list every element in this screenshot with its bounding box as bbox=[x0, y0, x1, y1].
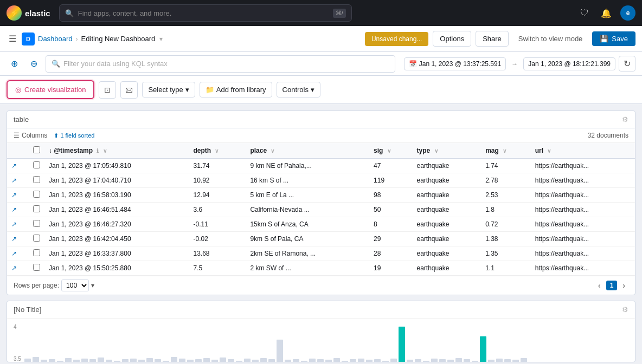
row-expand-icon[interactable]: ↗ bbox=[7, 173, 29, 188]
url-chevron-icon: ∨ bbox=[547, 148, 551, 154]
table-body: ↗Jan 1, 2023 @ 17:05:49.81031.749 km NE … bbox=[7, 159, 635, 276]
chart-bar bbox=[41, 360, 47, 362]
table-header-place[interactable]: place ∨ bbox=[246, 143, 369, 159]
page-controls: ‹ 1 › bbox=[595, 280, 628, 291]
chart-panel: [No Title] ⚙ 4 3.5 bbox=[7, 301, 635, 362]
main-content: table ⚙ ☰ Columns ⬆ 1 field sorted 32 do… bbox=[0, 104, 642, 364]
kql-filter-input[interactable] bbox=[63, 60, 389, 68]
row-expand-icon[interactable]: ↗ bbox=[7, 261, 29, 276]
row-checkbox[interactable] bbox=[29, 261, 44, 276]
columns-icon: ☰ bbox=[14, 132, 20, 139]
elastic-logo[interactable]: ⚡ elastic bbox=[7, 5, 50, 21]
table-row: ↗Jan 1, 2023 @ 15:50:25.8807.52 km SW of… bbox=[7, 261, 635, 276]
row-checkbox[interactable] bbox=[29, 173, 44, 188]
table-cell: 9 km NE of Pahala,... bbox=[246, 159, 369, 173]
breadcrumb-dashboard-link[interactable]: Dashboard bbox=[38, 35, 73, 43]
search-input[interactable] bbox=[78, 9, 329, 17]
controls-button[interactable]: Controls ▾ bbox=[277, 82, 320, 98]
table-cell: 2.78 bbox=[481, 173, 531, 188]
row-expand-icon[interactable]: ↗ bbox=[7, 217, 29, 232]
table-cell: 1.35 bbox=[481, 246, 531, 261]
avatar[interactable]: e bbox=[620, 5, 635, 21]
chart-bar bbox=[325, 360, 332, 362]
text-tool-button[interactable]: 🖂 bbox=[120, 81, 138, 99]
chart-bar bbox=[228, 359, 234, 362]
table-wrapper: ↓ @timestamp ℹ ∨ depth ∨ place ∨ sig ∨ t… bbox=[7, 143, 635, 276]
save-icon: 💾 bbox=[600, 35, 608, 43]
breadcrumb-d-avatar[interactable]: D bbox=[22, 32, 35, 46]
hamburger-icon[interactable]: ☰ bbox=[7, 31, 18, 46]
table-header-mag[interactable]: mag ∨ bbox=[481, 143, 531, 159]
breadcrumb-actions: Unsaved chang... Options Share Switch to… bbox=[365, 31, 635, 47]
save-button[interactable]: 💾 Save bbox=[592, 31, 635, 46]
prev-page-button[interactable]: ‹ bbox=[595, 280, 604, 291]
table-cell: 7.5 bbox=[189, 261, 246, 276]
columns-button[interactable]: ☰ Columns bbox=[14, 132, 47, 139]
row-checkbox[interactable] bbox=[29, 203, 44, 217]
kql-filter-input-wrap[interactable]: 🔍 bbox=[46, 55, 395, 73]
row-checkbox[interactable] bbox=[29, 246, 44, 261]
row-checkbox[interactable] bbox=[29, 159, 44, 173]
table-header-checkbox[interactable] bbox=[29, 143, 44, 159]
chart-bar bbox=[439, 359, 446, 362]
date-picker-button[interactable]: 📅 Jan 1, 2023 @ 13:37:25.591 bbox=[404, 57, 506, 70]
table-row: ↗Jan 1, 2023 @ 17:04:40.71010.9216 km S … bbox=[7, 173, 635, 188]
chart-bar bbox=[431, 359, 438, 362]
breadcrumb-chevron-icon[interactable]: ▾ bbox=[159, 35, 163, 43]
row-checkbox[interactable] bbox=[29, 232, 44, 246]
table-cell: 2km SE of Ramona, ... bbox=[246, 246, 369, 261]
table-row: ↗Jan 1, 2023 @ 17:05:49.81031.749 km NE … bbox=[7, 159, 635, 173]
add-from-library-button[interactable]: 📁 Add from library bbox=[200, 82, 272, 98]
table-header-type[interactable]: type ∨ bbox=[412, 143, 481, 159]
search-bar[interactable]: 🔍 ⌘/ bbox=[59, 4, 352, 22]
table-panel-title: table bbox=[14, 115, 29, 123]
chart-panel-gear-icon[interactable]: ⚙ bbox=[622, 306, 628, 314]
options-button[interactable]: Options bbox=[433, 31, 471, 47]
row-expand-icon[interactable]: ↗ bbox=[7, 188, 29, 203]
chart-bar bbox=[407, 360, 413, 362]
chart-title-text: [No Title] bbox=[14, 306, 41, 314]
bell-icon[interactable]: 🔔 bbox=[599, 5, 614, 21]
chart-bar bbox=[146, 358, 153, 362]
share-button[interactable]: Share bbox=[476, 31, 509, 47]
row-checkbox[interactable] bbox=[29, 188, 44, 203]
table-cell: 0.72 bbox=[481, 217, 531, 232]
refresh-button[interactable]: ↻ bbox=[619, 56, 635, 72]
table-cell: earthquake bbox=[412, 203, 481, 217]
chart-bar bbox=[171, 357, 177, 362]
row-checkbox[interactable] bbox=[29, 217, 44, 232]
table-cell: 15km S of Anza, CA bbox=[246, 217, 369, 232]
filter-minus-button[interactable]: ⊖ bbox=[26, 56, 41, 72]
row-expand-icon[interactable]: ↗ bbox=[7, 246, 29, 261]
table-cell: 5 km E of La ... bbox=[246, 188, 369, 203]
table-header-depth[interactable]: depth ∨ bbox=[189, 143, 246, 159]
shield-icon[interactable]: 🛡 bbox=[577, 5, 592, 21]
unsaved-changes-button[interactable]: Unsaved chang... bbox=[365, 32, 428, 46]
table-header-url[interactable]: url ∨ bbox=[531, 143, 635, 159]
chart-bar bbox=[24, 359, 31, 362]
table-header-timestamp[interactable]: ↓ @timestamp ℹ ∨ bbox=[44, 143, 189, 159]
select-tool-button[interactable]: ⊡ bbox=[99, 81, 116, 99]
table-cell: https://earthquak... bbox=[531, 203, 635, 217]
rows-per-page-select[interactable]: 100 50 25 bbox=[61, 280, 89, 291]
select-type-button[interactable]: Select type ▾ bbox=[142, 82, 195, 98]
select-type-label: Select type bbox=[148, 86, 183, 94]
sig-chevron-icon: ∨ bbox=[387, 148, 391, 154]
chart-bar bbox=[358, 359, 364, 362]
row-expand-icon[interactable]: ↗ bbox=[7, 159, 29, 173]
page-number[interactable]: 1 bbox=[606, 281, 618, 290]
topbar-icons: 🛡 🔔 e bbox=[577, 5, 635, 21]
table-panel-gear-icon[interactable]: ⚙ bbox=[622, 115, 628, 123]
row-expand-icon[interactable]: ↗ bbox=[7, 203, 29, 217]
create-visualization-button[interactable]: ◎ Create visualization bbox=[7, 80, 94, 99]
table-header-sig[interactable]: sig ∨ bbox=[369, 143, 412, 159]
row-expand-icon[interactable]: ↗ bbox=[7, 232, 29, 246]
table-panel-header: table ⚙ bbox=[7, 111, 635, 128]
chart-bar bbox=[309, 359, 316, 362]
next-page-button[interactable]: › bbox=[619, 280, 628, 291]
switch-view-mode-button[interactable]: Switch to view mode bbox=[513, 31, 588, 46]
date-end-button[interactable]: Jan 1, 2023 @ 18:12:21.399 bbox=[523, 57, 615, 70]
table-cell: Jan 1, 2023 @ 16:33:37.800 bbox=[44, 246, 189, 261]
chart-bar bbox=[285, 360, 291, 362]
filter-add-button[interactable]: ⊕ bbox=[7, 56, 22, 72]
